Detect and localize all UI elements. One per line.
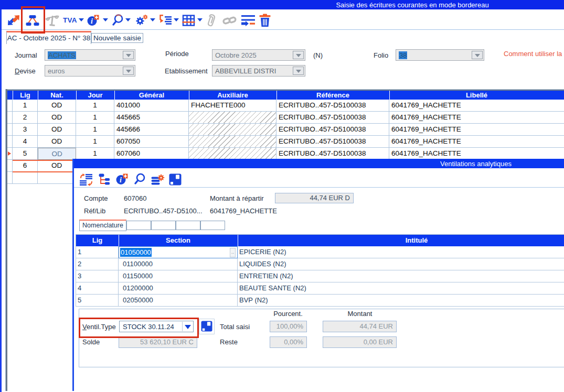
info-caret-icon[interactable]: [103, 18, 108, 21]
devise-dropdown-icon[interactable]: [123, 67, 134, 75]
grid-row-5-selected[interactable]: 5 OD 1 607060 ECRITUBO..457-D5100038 604…: [7, 148, 564, 160]
tab-nouvelle-saisie[interactable]: Nouvelle saisie: [91, 33, 143, 43]
settings-gear-icon[interactable]: [135, 14, 148, 29]
paperclip-icon: [205, 14, 217, 29]
info-add-icon[interactable]: i: [87, 14, 100, 29]
etablissement-label: Etablissement: [165, 67, 208, 75]
hatched-cell: [189, 136, 276, 148]
toolbar-separator: [2, 29, 564, 30]
tva-caret-icon[interactable]: [79, 18, 84, 21]
grid-row-4[interactable]: 4 OD 1 607050 ECRITUBO..457-D5100038 604…: [7, 136, 564, 148]
panel-tab-empty-3[interactable]: [176, 221, 200, 230]
panel-grid-row-4[interactable]: 4 01200000 BEAUTE SANTE (N2): [76, 282, 564, 295]
total-saisi-montant-field: 44,74 EUR: [323, 321, 397, 332]
panel-grid-row-5[interactable]: 5 02050000 BVP (N2): [76, 295, 564, 307]
grid-row-1[interactable]: 1 OD 1 401000 FHACHETTE000 ECRITUBO..457…: [7, 100, 564, 112]
devise-combobox[interactable]: euros: [45, 65, 135, 77]
periode-value: Octobre 2025: [215, 51, 257, 59]
exit-swap-icon[interactable]: [7, 15, 21, 28]
panel-grid-header-section: Section: [119, 236, 238, 244]
total-saisi-pourcent-field: 100,00%: [270, 321, 307, 332]
grid-header-auxiliaire: Auxiliaire: [189, 91, 276, 99]
tab-idle-label: Nouvelle saisie: [93, 34, 141, 42]
panel-save-icon[interactable]: [169, 173, 182, 188]
panel-grid-header: Lig Section Intitulé: [76, 234, 564, 246]
search-icon[interactable]: [111, 14, 125, 29]
window-title: Saisie des écritures courantes en mode b…: [336, 1, 488, 9]
ventil-save-button[interactable]: [199, 319, 215, 334]
periode-combobox[interactable]: Octobre 2025: [212, 49, 305, 61]
search-caret-icon[interactable]: [125, 18, 131, 21]
help-link[interactable]: Comment utiliser la: [504, 50, 562, 58]
compte-value: 607060: [124, 194, 146, 202]
periode-n-suffix: (N): [313, 51, 323, 59]
ventil-type-dropdown-icon[interactable]: [182, 322, 193, 331]
tab-nomenclature-label: Nomenclature: [82, 222, 123, 229]
total-saisi-label: Total saisi: [220, 323, 250, 331]
ventilations-panel-title-bar: Ventilations analytiques: [74, 159, 564, 168]
etablissement-combobox[interactable]: ABBEVILLE DISTRI: [212, 65, 305, 77]
panel-grid-row-3[interactable]: 3 01150000 ENTRETIEN (N2): [76, 270, 564, 282]
ventilations-panel-title: Ventilations analytiques: [440, 160, 512, 168]
panel-grid-row-1[interactable]: 1 EPICERIE (N2) 01050000 ..: [76, 246, 564, 258]
tab-bordereau-active[interactable]: AC - Octobre 2025 - N° 38: [6, 31, 91, 44]
reste-montant-field: 0,00 EUR: [323, 336, 397, 348]
journal-dropdown-icon[interactable]: [123, 51, 134, 59]
panel-info-add-icon[interactable]: i: [116, 173, 129, 188]
ref-lib-value-1: ECRITUBO..457-D5100...: [124, 207, 203, 215]
tab-nomenclature[interactable]: Nomenclature: [79, 220, 126, 231]
grid-row-2[interactable]: 2 OD 1 445665 ECRITUBO..457-D5100038 604…: [7, 112, 564, 124]
devise-label: Devise: [15, 67, 36, 75]
balance-scale-icon: [45, 14, 59, 29]
grid-caret-icon[interactable]: [197, 18, 203, 21]
folio-dropdown-icon[interactable]: [472, 51, 483, 59]
periode-dropdown-icon[interactable]: [293, 51, 304, 59]
panel-tab-empty-2[interactable]: [151, 221, 176, 230]
panel-search-icon[interactable]: [134, 173, 146, 188]
link-chain-icon: [222, 14, 237, 29]
panel-tab-empty-4[interactable]: [200, 221, 225, 230]
ref-lib-label: Réf/Lib: [84, 207, 105, 215]
section-browse-button[interactable]: ..: [230, 248, 236, 257]
ventilations-panel-left-border: [72, 159, 74, 391]
hatched-cell: [189, 148, 276, 160]
trash-icon[interactable]: [259, 14, 271, 29]
ventil-type-value: STOCK 30.11.24: [123, 323, 174, 331]
grid-header-reference: Référence: [276, 91, 389, 99]
devise-value: euros: [48, 67, 65, 75]
periode-label: Période: [165, 50, 189, 58]
section-edit-cell[interactable]: 01050000 ..: [119, 246, 238, 258]
main-toolbar: [2, 9, 564, 29]
grid-row-3[interactable]: 3 OD 1 445666 ECRITUBO..457-D5100038 604…: [7, 124, 564, 136]
grid-header-libelle: Libellé: [389, 91, 564, 99]
grid-header-lig: Lig: [13, 91, 38, 99]
tab-active-label: AC - Octobre 2025 - N° 38: [7, 34, 90, 42]
section-edit-value: 01050000: [120, 248, 152, 257]
list-settings-icon[interactable]: [151, 173, 165, 188]
panel-grid-row-2[interactable]: 2 01100000 LIQUIDES (N2): [76, 258, 564, 270]
reste-label: Reste: [220, 338, 238, 346]
tva-button[interactable]: TVA: [63, 16, 77, 24]
paste-caret-icon[interactable]: [174, 18, 179, 21]
folio-combobox[interactable]: 38: [396, 49, 484, 61]
transfer-lines-icon[interactable]: [241, 14, 256, 29]
application-window: Saisie des écritures courantes en mode b…: [0, 0, 564, 392]
tree-structure-icon[interactable]: [99, 173, 110, 188]
settings-caret-icon[interactable]: [150, 18, 155, 21]
panel-tab-empty-1[interactable]: [126, 221, 151, 230]
reorder-sync-icon[interactable]: [80, 173, 93, 188]
annotation-rect-toolbar: [21, 6, 45, 34]
selected-cell: OD: [38, 148, 76, 160]
etablissement-dropdown-icon[interactable]: [293, 67, 304, 75]
reste-pourcent-field: 0,00%: [270, 336, 307, 348]
ventil-type-combobox[interactable]: STOCK 30.11.24: [119, 321, 194, 332]
grid-header: Lig Nat. Jour Général Auxiliaire Référen…: [7, 91, 564, 100]
grid-header-nat: Nat.: [38, 91, 76, 99]
journal-combobox[interactable]: ACHATS: [45, 49, 135, 61]
pourcent-column-label: Pourcent.: [273, 310, 303, 318]
paste-lines-icon[interactable]: [158, 14, 172, 29]
grid-table-icon[interactable]: [182, 14, 195, 29]
etablissement-value: ABBEVILLE DISTRI: [215, 67, 276, 75]
grid-header-general: Général: [114, 91, 189, 99]
panel-grid-header-lig: Lig: [76, 236, 119, 244]
